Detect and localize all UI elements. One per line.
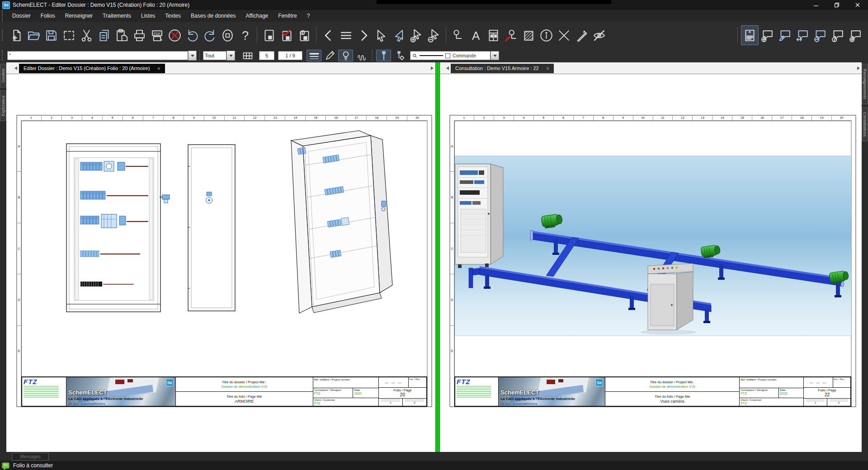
layer-label: Commande [453, 53, 476, 58]
titleblock-photo-cell[interactable]: Se SchemELECT La CAO appliquée à l'Élect… [499, 377, 605, 406]
menu-renseigner[interactable]: Renseigner [60, 13, 98, 19]
menu-affichage[interactable]: Affichage [241, 13, 273, 19]
menu-help[interactable]: ? [302, 13, 315, 19]
note-add-button[interactable] [759, 25, 776, 45]
menu-traitements[interactable]: Traitements [98, 13, 136, 19]
replace-symbol-button[interactable] [502, 25, 520, 45]
consultation-canvas-right[interactable]: 1234567891011121314151617181920 ABCDE FT… [440, 74, 862, 452]
previous-folio-button[interactable] [320, 25, 337, 45]
select-pointer-button[interactable] [373, 25, 390, 45]
copy-button[interactable] [95, 25, 113, 45]
select-remove-button[interactable] [425, 25, 443, 45]
coil-button[interactable] [354, 50, 369, 61]
pane-divider[interactable] [435, 62, 440, 452]
cut-button[interactable] [78, 25, 95, 45]
insert-cabinet-button[interactable] [485, 25, 502, 45]
folio-validate-button[interactable] [278, 25, 296, 45]
editor-canvas-left[interactable]: 1234567891011121314151617181920 ABCDE FT… [6, 74, 435, 452]
company-address [457, 386, 491, 398]
grid-step-input[interactable] [259, 51, 274, 60]
print-pdf-button[interactable]: PDF [148, 25, 166, 45]
minimize-button[interactable] [806, 0, 826, 10]
notes-button[interactable] [741, 25, 759, 45]
tab-label: Editer Dossier : Demo V15 (Création) Fol… [24, 66, 150, 71]
abort-button[interactable] [219, 25, 236, 45]
menu-dossier[interactable]: Dossier [7, 13, 36, 19]
brand-tagline-2: Et aux Automatismes [500, 402, 537, 406]
paste-button[interactable] [113, 25, 131, 45]
layer-checkbox[interactable] [445, 53, 450, 58]
brand-name: SchemELECT [500, 389, 539, 396]
insert-text-button[interactable]: A [467, 25, 485, 45]
open-dossier-button[interactable] [25, 25, 42, 45]
sidetab-renseignements[interactable]: Renseignements [862, 64, 868, 104]
sidetab-consultations[interactable]: Consultations [862, 107, 868, 142]
tab-close-icon[interactable]: × [546, 66, 550, 71]
tab-consultation[interactable]: Consultation : Demo V15 Armoire : 22 × [451, 64, 554, 73]
toolbar-grip[interactable] [2, 50, 5, 61]
folio-list-button[interactable] [337, 25, 355, 45]
toolbar-grip[interactable] [2, 10, 5, 21]
redo-button[interactable] [201, 25, 219, 45]
measure-button[interactable] [573, 25, 590, 45]
search-dropdown-button[interactable] [188, 51, 197, 61]
select-pointer-alt-button[interactable] [390, 25, 408, 45]
page-value: 22 [825, 392, 830, 397]
layer-select[interactable]: Commande [410, 51, 491, 60]
note-remove-button[interactable] [811, 25, 829, 45]
tab-scroll-right-icon[interactable] [429, 64, 435, 72]
pin-settings-button[interactable] [392, 50, 407, 61]
save-button[interactable] [42, 25, 60, 45]
element-info-button[interactable] [538, 25, 555, 45]
undo-button[interactable] [184, 25, 201, 45]
rev-label: Ind. / Rev. [833, 377, 850, 387]
component-search-input[interactable] [7, 51, 188, 60]
close-button[interactable] [847, 0, 868, 10]
menu-listes[interactable]: Listes [136, 13, 160, 19]
note-edit-button[interactable] [776, 25, 794, 45]
menu-folios[interactable]: Folios [36, 13, 60, 19]
note-locate-button[interactable] [847, 25, 864, 45]
highlight-button[interactable] [338, 50, 353, 61]
maximize-restore-button[interactable] [826, 0, 847, 10]
messages-button[interactable]: Messages [12, 453, 49, 461]
menu-bases-de-donnees[interactable]: Bases de données [186, 13, 241, 19]
menu-fenetre[interactable]: Fenêtre [273, 13, 302, 19]
tab-scroll-right-icon[interactable] [855, 64, 862, 72]
titleblock-photo-cell[interactable]: Se SchemELECT La CAO appliquée à l'Élect… [66, 377, 175, 406]
new-folio-button[interactable] [7, 25, 25, 45]
delete-button[interactable] [555, 25, 573, 45]
sidetab-explorateur[interactable]: Explorateur [0, 90, 6, 121]
folio-info-button[interactable] [296, 25, 313, 45]
folio-title-label: Titre du folio / Page title [655, 395, 690, 399]
cancel-button[interactable] [166, 25, 184, 45]
select-zone-button[interactable] [60, 25, 78, 45]
menu-bar: Dossier Folios Renseigner Traitements Li… [0, 10, 868, 22]
column-ruler: 1234567891011121314151617181920 [454, 115, 851, 121]
layer-dropdown-button[interactable] [491, 51, 499, 60]
note-info-button[interactable] [829, 25, 847, 45]
grid-button[interactable] [240, 50, 255, 61]
pin-vertical-button[interactable] [376, 50, 391, 61]
line-thickness-button[interactable] [307, 50, 321, 61]
select-add-button[interactable] [408, 25, 425, 45]
next-folio-button[interactable] [355, 25, 373, 45]
tab-scroll-left-icon[interactable] [444, 64, 451, 72]
insert-symbol-button[interactable] [449, 25, 467, 45]
filter-dropdown-button[interactable] [226, 51, 235, 61]
sidetab-gestion[interactable]: Gestion [0, 64, 6, 88]
tab-close-icon[interactable]: × [157, 66, 160, 71]
draw-pencil-button[interactable] [322, 50, 337, 61]
hide-button[interactable] [590, 25, 608, 45]
folio-page-input[interactable] [278, 51, 302, 60]
tab-editer-dossier[interactable]: Editer Dossier : Demo V15 (Création) Fol… [19, 64, 165, 73]
filter-select[interactable]: Tout [203, 51, 226, 60]
tab-scroll-left-icon[interactable] [13, 64, 19, 72]
toolbar-grip[interactable] [2, 30, 5, 41]
help-button[interactable]: ? [236, 25, 254, 45]
menu-textes[interactable]: Textes [160, 13, 186, 19]
folio-button[interactable] [260, 25, 278, 45]
hatch-button[interactable] [520, 25, 538, 45]
note-move-button[interactable] [794, 25, 811, 45]
print-button[interactable] [131, 25, 148, 45]
